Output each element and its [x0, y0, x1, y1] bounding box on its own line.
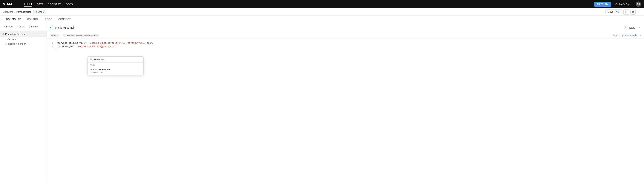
from-label: from [613, 34, 617, 37]
robot-more-button[interactable]: ··· [38, 32, 41, 36]
nav-registry[interactable]: REGISTRY [48, 2, 61, 6]
component-status-dot [50, 27, 51, 28]
breadcrumb-bar: BotsCafe › PomodoroBot Live ▾ Save ⌘S ⬚ … [0, 8, 644, 16]
robot-icon: ⊙ [2, 33, 4, 35]
tab-control[interactable]: CONTROL [24, 16, 42, 23]
breadcrumb-separator: › [14, 11, 15, 13]
code-line-4: 4 "calendar_id": "social.coderscafe@gmai… [50, 45, 641, 48]
dropdown-search-area: 🔍 [88, 57, 144, 63]
dropdown-item-name: sensor / temt6000 [90, 68, 141, 71]
code-key-2: "calendar_id": [56, 45, 77, 48]
main-content: PomodoroBot-main 🕐 History ··· generic ›… [47, 23, 644, 183]
code-string-2: "social.coderscafe@gmail.com" [77, 45, 116, 48]
breadcrumb-current: PomodoroBot [16, 10, 31, 13]
component-title-area: PomodoroBot-main [50, 26, 622, 29]
sidebar-item-robot[interactable]: ⊙ PomodoroBot-main ··· + [0, 31, 46, 37]
component-title: PomodoroBot-main [53, 26, 75, 29]
component-header: PomodoroBot-main 🕐 History ··· [47, 23, 644, 32]
save-label: Save [608, 10, 614, 13]
monitor-icon-button[interactable]: ⬚ [624, 9, 629, 14]
from-value: google-calendar [622, 34, 638, 37]
frame-tool-button[interactable]: ⊞ Frame [27, 25, 39, 29]
history-label: History [628, 26, 635, 29]
avatar: CC [636, 1, 641, 7]
tab-logs[interactable]: LOGS [42, 16, 55, 23]
save-shortcut: ⌘S [614, 10, 620, 13]
try-viam-button[interactable]: TRY VIAM [594, 2, 611, 7]
robot-item-actions: ··· + [38, 32, 44, 36]
json-icon: {} [17, 25, 18, 28]
component-more-button[interactable]: ··· [637, 25, 641, 30]
builder-icon: ✕ [4, 25, 6, 28]
history-clock-icon: 🕐 [624, 26, 626, 29]
json-tool-button[interactable]: {} JSON [15, 25, 26, 29]
more-options-button[interactable]: ··· [637, 9, 641, 14]
dropdown-item-highlight: temt6000 [99, 68, 110, 71]
google-calendar-label: google-calendar [8, 42, 26, 45]
editor-toolbar: ✕ Builder {} JSON ⊞ Frame [0, 23, 46, 30]
live-badge[interactable]: Live ▾ [34, 10, 46, 14]
google-calendar-icon: ☰ [5, 43, 7, 45]
save-button[interactable]: Save ⌘S [606, 9, 622, 14]
calendar-icon: ↕ [5, 38, 6, 40]
org-name: Coders's Org [616, 3, 630, 5]
live-chevron-icon: ▾ [43, 11, 44, 13]
robot-label: PomodoroBot-main [5, 33, 37, 35]
code-key-1: "service_account_file": [56, 42, 89, 44]
breadcrumb-parent[interactable]: BotsCafe [3, 10, 13, 13]
live-label: Live [38, 11, 42, 13]
search-input[interactable] [94, 58, 142, 61]
nav-fleet[interactable]: FLEET [24, 2, 32, 6]
history-button[interactable]: 🕐 History [622, 25, 636, 30]
from-icon: ⬚ [618, 34, 620, 37]
tab-connect[interactable]: CONNECT [55, 16, 74, 23]
main-layout: ✕ Builder {} JSON ⊞ Frame ⊙ PomodoroBot-… [0, 23, 644, 183]
tag-connector: › [60, 34, 61, 36]
tag-generic: generic [50, 34, 60, 37]
logo: VIAM [3, 2, 12, 6]
tab-configure[interactable]: CONFIGURE [3, 16, 24, 23]
copy-icon-button[interactable]: ⧉ [630, 9, 636, 14]
nav-docs[interactable]: DOCS [66, 2, 73, 6]
search-dropdown: 🔍 MINE sensor / temt6000 Used on 1 robot… [88, 56, 144, 75]
org-chevron-icon: ▾ [630, 3, 631, 5]
search-icon: 🔍 [90, 58, 92, 61]
sidebar-item-google-calendar[interactable]: ☰ google-calendar [0, 41, 46, 46]
dropdown-item-sub: Used on 1 robots [90, 71, 141, 74]
tag-google-calendar-label: coderscafe:calendar:google-calendar [64, 34, 98, 36]
code-line-3: 3 "service_account_file": "/home/pi/pomo… [50, 41, 641, 45]
frame-icon: ⊞ [29, 25, 30, 28]
live-dot-icon [36, 11, 37, 12]
tag-more-button[interactable]: ··· [639, 34, 641, 37]
org-selector[interactable]: Coders's Org ▾ [616, 3, 631, 5]
tab-bar: CONFIGURE CONTROL LOGS CONNECT [0, 16, 644, 23]
nav-data[interactable]: DATA [37, 2, 44, 6]
top-nav: VIAM FLEET DATA REGISTRY DOCS TRY VIAM C… [0, 0, 644, 8]
dropdown-item-sensor[interactable]: sensor / temt6000 Used on 1 robots [88, 67, 144, 75]
tag-generic-label: generic [51, 34, 58, 36]
code-string-1: "/home/pi/pomodorobot-447104-b67e6a6f751… [89, 42, 152, 44]
sidebar-tree: ⊙ PomodoroBot-main ··· + ↕ Calendar ☰ go… [0, 30, 46, 47]
builder-label: Builder [6, 25, 13, 28]
tag-google-calendar: coderscafe:calendar:google-calendar [62, 34, 99, 37]
builder-tool-button[interactable]: ✕ Builder [2, 25, 14, 29]
code-line-5: } [50, 48, 641, 52]
tag-bar: generic › coderscafe:calendar:google-cal… [47, 32, 644, 38]
robot-add-button[interactable]: + [42, 32, 44, 36]
dropdown-section-mine: MINE [88, 63, 144, 67]
json-label: JSON [19, 25, 25, 28]
sidebar: ✕ Builder {} JSON ⊞ Frame ⊙ PomodoroBot-… [0, 23, 47, 183]
calendar-label: Calendar [8, 38, 18, 40]
sidebar-item-calendar[interactable]: ↕ Calendar [0, 37, 46, 41]
frame-label: Frame [31, 25, 38, 28]
dropdown-item-prefix: sensor / [90, 68, 99, 71]
